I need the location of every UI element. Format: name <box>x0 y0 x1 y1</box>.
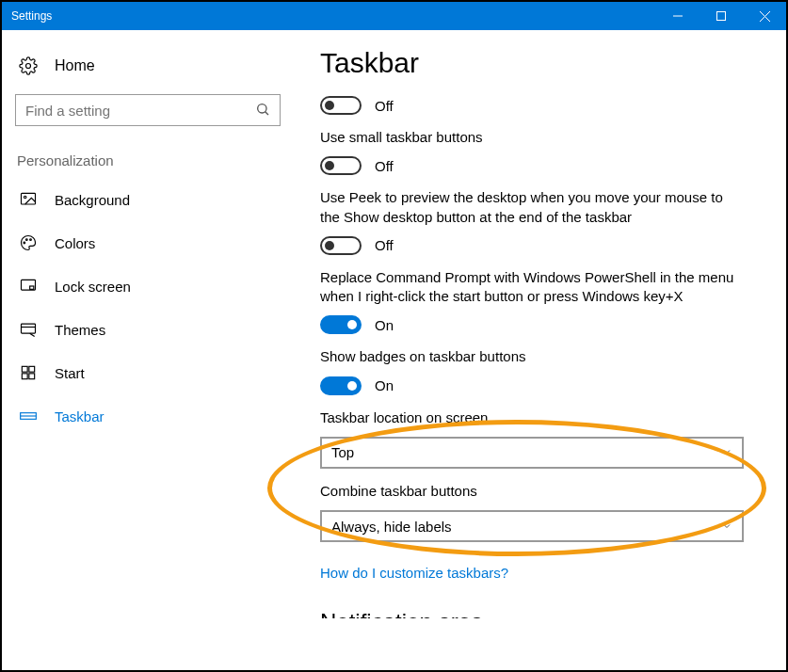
lockscreen-icon <box>19 277 38 296</box>
chevron-down-icon <box>721 444 732 460</box>
svg-point-4 <box>26 64 31 69</box>
toggle-row-3: On <box>320 315 760 334</box>
sidebar-item-lockscreen[interactable]: Lock screen <box>15 264 281 308</box>
svg-rect-12 <box>22 280 36 290</box>
svg-point-10 <box>26 239 28 241</box>
combine-value: Always, hide labels <box>331 519 452 535</box>
combine-select[interactable]: Always, hide labels <box>320 510 744 542</box>
sidebar-item-label: Start <box>55 365 85 381</box>
sidebar-item-themes[interactable]: Themes <box>15 308 281 351</box>
taskbar-icon <box>19 407 38 425</box>
toggle-powershell[interactable] <box>320 315 362 334</box>
toggle-row-1: Off <box>320 156 760 175</box>
svg-point-8 <box>24 196 26 199</box>
sidebar-item-label: Colors <box>55 235 95 251</box>
svg-line-6 <box>265 111 268 114</box>
sidebar-item-label: Taskbar <box>55 408 105 424</box>
search-box[interactable] <box>15 94 281 126</box>
window-title: Settings <box>11 9 52 23</box>
svg-rect-1 <box>717 12 726 21</box>
svg-rect-14 <box>22 324 36 333</box>
combine-label: Combine taskbar buttons <box>320 482 744 501</box>
sidebar-item-colors[interactable]: Colors <box>15 221 281 264</box>
next-section-heading: Notification area <box>320 609 760 618</box>
svg-rect-15 <box>22 366 27 372</box>
svg-rect-13 <box>30 286 34 289</box>
home-nav[interactable]: Home <box>15 49 281 94</box>
toggle-state-4: On <box>375 377 394 393</box>
toggle-row-2: Off <box>320 236 760 255</box>
palette-icon <box>19 233 38 252</box>
setting-desc-1: Use small taskbar buttons <box>320 128 744 147</box>
close-button[interactable] <box>743 2 786 30</box>
toggle-state-2: Off <box>375 237 394 253</box>
start-icon <box>19 363 38 382</box>
help-link[interactable]: How do I customize taskbars? <box>320 565 508 581</box>
toggle-row-0: Off <box>320 96 760 115</box>
gear-icon <box>19 56 38 75</box>
setting-desc-2: Use Peek to preview the desktop when you… <box>320 188 744 227</box>
svg-point-5 <box>258 104 266 112</box>
toggle-state-3: On <box>375 317 394 333</box>
sidebar: Home Personalization Background Colo <box>2 30 294 670</box>
svg-point-11 <box>30 239 32 241</box>
svg-rect-16 <box>29 366 35 372</box>
toggle-badges[interactable] <box>320 376 362 395</box>
svg-rect-17 <box>22 374 27 379</box>
search-input[interactable] <box>25 103 255 119</box>
settings-window: Settings Home Person <box>2 2 786 670</box>
svg-point-9 <box>24 242 25 244</box>
category-label: Personalization <box>17 152 281 168</box>
minimize-button[interactable] <box>656 2 700 30</box>
location-value: Top <box>331 444 354 460</box>
location-label: Taskbar location on screen <box>320 408 744 427</box>
content-pane: Taskbar Off Use small taskbar buttons Of… <box>294 30 786 670</box>
page-title: Taskbar <box>320 47 760 79</box>
toggle-row-4: On <box>320 376 760 395</box>
sidebar-item-background[interactable]: Background <box>15 178 281 221</box>
setting-desc-4: Show badges on taskbar buttons <box>320 347 744 366</box>
image-icon <box>19 190 38 209</box>
location-select[interactable]: Top <box>320 437 744 469</box>
window-body: Home Personalization Background Colo <box>2 30 786 670</box>
home-label: Home <box>55 57 95 74</box>
setting-desc-3: Replace Command Prompt with Windows Powe… <box>320 268 744 307</box>
titlebar: Settings <box>2 2 786 30</box>
svg-rect-7 <box>22 193 36 204</box>
toggle-peek[interactable] <box>320 236 362 255</box>
toggle-state-1: Off <box>375 158 394 174</box>
sidebar-item-taskbar[interactable]: Taskbar <box>15 394 281 438</box>
sidebar-item-label: Lock screen <box>55 279 131 295</box>
sidebar-item-label: Background <box>55 192 130 208</box>
toggle-state-0: Off <box>375 98 394 114</box>
search-icon <box>255 102 270 120</box>
toggle-0[interactable] <box>320 96 362 115</box>
sidebar-item-start[interactable]: Start <box>15 351 281 394</box>
themes-icon <box>19 320 38 339</box>
maximize-button[interactable] <box>700 2 743 30</box>
svg-rect-18 <box>29 374 35 379</box>
sidebar-item-label: Themes <box>55 322 105 338</box>
chevron-down-icon <box>721 519 732 535</box>
toggle-small-buttons[interactable] <box>320 156 362 175</box>
